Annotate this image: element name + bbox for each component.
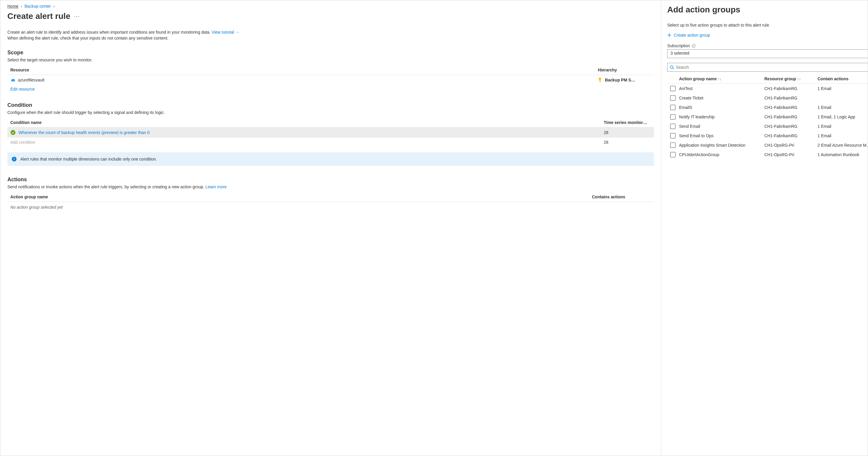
ag-row-name: Notify IT leadership <box>679 115 764 119</box>
ag-row-actions: 1 Email, 1 Logic App <box>817 115 868 119</box>
ag-row-rg: CH1-FabrikamRG <box>764 96 817 100</box>
ag-row-checkbox[interactable] <box>670 142 676 148</box>
ag-row-checkbox[interactable] <box>670 152 676 157</box>
learn-more-link[interactable]: Learn more <box>206 185 227 189</box>
subscription-label: Subscription <box>667 43 868 48</box>
ag-row-name: AniTest <box>679 86 764 91</box>
svg-rect-9 <box>693 45 694 45</box>
info-icon <box>11 156 17 162</box>
ag-row-name: Create Ticket <box>679 96 764 100</box>
ag-col-name[interactable]: Action group name↑↓ <box>679 76 764 81</box>
chevron-right-icon: › <box>21 4 22 8</box>
breadcrumb: Home › Backup center › <box>7 4 654 8</box>
no-action-group-text: No action group selected yet <box>7 202 654 213</box>
svg-rect-5 <box>14 159 14 160</box>
more-options-button[interactable]: ⋯ <box>74 13 80 20</box>
ag-row[interactable]: Notify IT leadershipCH1-FabrikamRG1 Emai… <box>667 112 868 122</box>
breadcrumb-home[interactable]: Home <box>7 4 18 8</box>
scope-col-resource: Resource <box>7 65 595 75</box>
actions-col-name: Action group name <box>7 192 589 202</box>
condition-desc: Configure when the alert rule should tri… <box>7 110 654 115</box>
ag-row-actions: 1 Email <box>817 86 868 91</box>
info-banner-text: Alert rules that monitor multiple dimens… <box>20 157 157 161</box>
breadcrumb-backup-center[interactable]: Backup center <box>25 4 51 8</box>
edit-resource-link[interactable]: Edit resource <box>7 85 37 92</box>
key-icon <box>598 77 602 83</box>
ag-row-checkbox[interactable] <box>670 114 676 120</box>
ag-row-checkbox[interactable] <box>670 95 676 101</box>
scope-resource-name: azurefilesvault <box>18 77 44 83</box>
ag-row[interactable]: CPUAlertActionGroupCH1-OpsRG-Pri1 Automa… <box>667 150 868 159</box>
add-condition-row[interactable]: Add condition 28 <box>7 137 654 147</box>
ag-row[interactable]: AniTestCH1-FabrikamRG1 Email <box>667 84 868 93</box>
search-input[interactable] <box>676 65 865 70</box>
scope-desc: Select the target resource you wish to m… <box>7 58 654 62</box>
svg-line-11 <box>673 68 674 69</box>
ag-row-checkbox[interactable] <box>670 105 676 110</box>
svg-point-10 <box>671 66 673 68</box>
ag-row-checkbox[interactable] <box>670 86 676 91</box>
svg-point-0 <box>599 77 601 80</box>
ag-row-name: Send Email <box>679 124 764 129</box>
info-banner: Alert rules that monitor multiple dimens… <box>7 152 654 166</box>
scope-hierarchy-value: Backup PM S… <box>605 77 636 83</box>
check-circle-icon <box>10 130 16 135</box>
ag-row[interactable]: Send Email to OpsCH1-FabrikamRG1 Email <box>667 131 868 140</box>
condition-col-name: Condition name <box>7 118 601 128</box>
ag-row-actions: 1 Email <box>817 124 868 129</box>
ag-row[interactable]: Send EmailCH1-FabrikamRG1 Email <box>667 122 868 131</box>
svg-rect-2 <box>600 82 601 82</box>
ag-row-name: Application Insights Smart Detection <box>679 143 764 148</box>
ag-row-actions: 1 Email <box>817 133 868 138</box>
ag-row[interactable]: EmailSCH1-FabrikamRG1 Email <box>667 103 868 112</box>
ag-col-rg[interactable]: Resource group↑↓ <box>764 76 817 81</box>
scope-row[interactable]: azurefilesvault Backup PM S… <box>7 75 654 85</box>
subscription-select[interactable]: 3 selected <box>667 49 868 58</box>
condition-name-link[interactable]: Whenever the count of backup health even… <box>19 130 150 135</box>
svg-rect-8 <box>693 45 694 46</box>
plus-icon <box>667 33 671 37</box>
scope-col-hierarchy: Hierarchy <box>595 65 654 75</box>
ag-row-checkbox[interactable] <box>670 133 676 138</box>
ag-row-name: CPUAlertActionGroup <box>679 152 764 157</box>
ag-row-rg: CH1-OpsRG-Pri <box>764 152 817 157</box>
add-action-groups-panel: Add action groups Select up to five acti… <box>661 0 868 456</box>
svg-rect-6 <box>14 158 14 158</box>
condition-col-timeseries: Time series monitor… <box>601 118 654 128</box>
ag-row-rg: CH1-FabrikamRG <box>764 115 817 119</box>
actions-heading: Actions <box>7 176 654 183</box>
ag-row-rg: CH1-FabrikamRG <box>764 105 817 110</box>
search-box[interactable] <box>667 63 868 72</box>
sort-icon: ↑↓ <box>718 77 721 81</box>
ag-row-rg: CH1-OpsRG-Pri <box>764 143 817 148</box>
info-icon[interactable] <box>692 44 695 48</box>
scope-heading: Scope <box>7 50 654 56</box>
page-title: Create alert rule <box>7 11 70 21</box>
condition-row[interactable]: Whenever the count of backup health even… <box>7 127 654 137</box>
ag-row[interactable]: Create TicketCH1-FabrikamRG <box>667 93 868 103</box>
view-tutorial-link[interactable]: View tutorial → <box>212 30 240 35</box>
ag-row-actions: 1 Automation Runbook <box>817 152 868 157</box>
create-action-group-link[interactable]: Create action group <box>667 33 710 37</box>
chevron-right-icon: › <box>54 4 55 8</box>
condition-ts-value: 28 <box>601 127 654 137</box>
condition-heading: Condition <box>7 102 654 108</box>
actions-col-contains: Contains actions <box>589 192 654 202</box>
ag-row[interactable]: Application Insights Smart DetectionCH1-… <box>667 140 868 150</box>
panel-desc: Select up to five action groups to attac… <box>667 23 868 28</box>
ag-row-rg: CH1-FabrikamRG <box>764 133 817 138</box>
ag-row-name: Send Email to Ops <box>679 133 764 138</box>
ag-row-checkbox[interactable] <box>670 124 676 129</box>
actions-desc: Send notifications or invoke actions whe… <box>7 185 654 189</box>
ag-row-rg: CH1-FabrikamRG <box>764 86 817 91</box>
ag-row-actions: 1 Email <box>817 105 868 110</box>
ag-row-name: EmailS <box>679 105 764 110</box>
vault-icon <box>10 78 16 83</box>
intro-text: Create an alert rule to identify and add… <box>7 29 654 41</box>
panel-title: Add action groups <box>667 5 868 14</box>
ag-row-rg: CH1-FabrikamRG <box>764 124 817 129</box>
search-icon <box>670 65 674 69</box>
ag-col-actions[interactable]: Contain actions <box>817 76 868 81</box>
ag-row-actions: 2 Email Azure Resource M… <box>817 143 868 148</box>
sort-icon: ↑↓ <box>797 77 801 81</box>
